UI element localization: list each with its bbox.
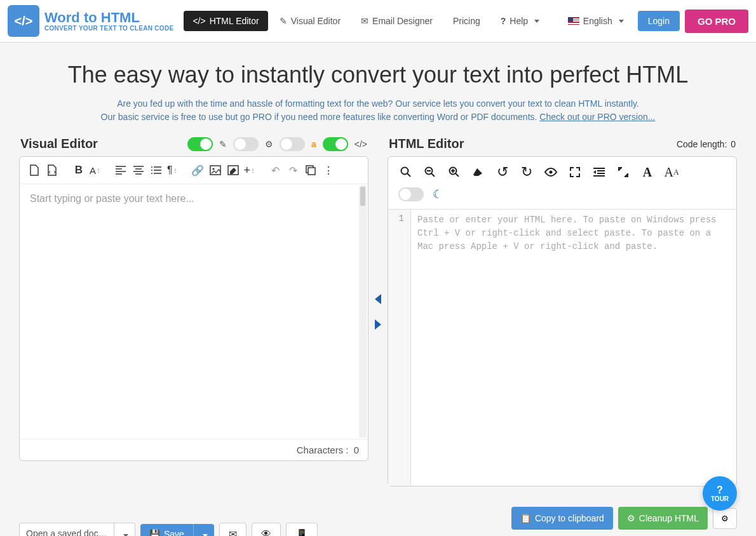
zoom-in-icon[interactable] [447,164,462,180]
visual-toggles: ✎ ⚙ a </> [187,137,367,151]
eye-icon: 👁 [261,528,271,536]
email-button[interactable]: ✉ [219,523,246,536]
logo-subtitle: CONVERT YOUR TEXT TO CLEAN CODE [44,25,173,32]
link-icon[interactable]: 🔗 [191,163,205,177]
nav-visual-editor[interactable]: ✎ Visual Editor [271,11,349,31]
file-icon[interactable] [27,163,41,177]
save-caret[interactable] [193,524,214,536]
list-icon[interactable] [149,163,163,177]
more-icon[interactable]: ⋮ [321,163,335,177]
gear-icon: ⚙ [721,514,729,523]
question-icon: ? [501,16,506,26]
font-icon[interactable]: A⋮ [90,163,101,177]
mobile-icon: 📱 [295,529,308,536]
redo-icon[interactable]: ↻ [519,164,534,180]
bottom-left: Open a saved docum... 💾 Save ✉ 👁 📱 [19,523,318,536]
code-area[interactable]: 1 Paste or enter your HTML here. To past… [388,209,736,486]
line-gutter: 1 [388,210,411,486]
collapse-left[interactable] [375,294,381,304]
code-icon: </> [192,16,205,26]
bold-icon[interactable]: B [72,163,86,177]
chevron-down-icon [534,20,539,23]
compress-icon[interactable] [616,164,631,180]
workspace: Visual Editor ✎ ⚙ a </> B A⋮ [0,137,756,499]
font-size-icon[interactable]: AA [664,164,679,180]
eye-icon[interactable] [543,164,558,180]
nav-help[interactable]: ? Help [492,11,548,31]
svg-point-2 [151,173,152,174]
html-title: HTML Editor [389,137,464,151]
bottom-bar: Open a saved docum... 💾 Save ✉ 👁 📱 📋 Cop… [0,499,756,536]
flag-us-icon [568,17,579,25]
gopro-button[interactable]: GO PRO [685,10,748,33]
visual-editor: B A⋮ ¶⋮ 🔗 +⋮ ↶ ↷ ⋮ Start typing or paste [19,156,368,461]
open-document-caret[interactable] [114,523,135,536]
align-left-icon[interactable] [114,163,128,177]
code-icon: </> [354,139,367,149]
main-nav: </> HTML Editor ✎ Visual Editor ✉ Email … [184,11,556,31]
expand-icon[interactable] [567,164,583,180]
footer-links: Windows Desktop Converter ⊞ Online Conve… [614,533,737,536]
image-edit-icon[interactable] [226,163,240,177]
svg-rect-6 [308,168,315,175]
copy-clipboard-button[interactable]: 📋 Copy to clipboard [511,507,613,530]
header: </> Word to HTML CONVERT YOUR TEXT TO CL… [0,0,756,43]
toggle-3[interactable] [280,137,305,151]
search-icon[interactable] [398,164,414,180]
scrollbar[interactable] [359,185,367,438]
edit-icon: ✎ [280,16,287,26]
html-toolbar: ↺ ↻ A AA [388,157,736,187]
logo-title: Word to HTML [44,11,173,25]
svg-point-10 [550,171,553,174]
pilcrow-icon[interactable]: ¶⋮ [167,163,178,177]
nav-html-editor[interactable]: </> HTML Editor [184,11,267,31]
toggle-4[interactable] [323,137,348,151]
tour-button[interactable]: ? TOUR [703,476,737,511]
undo-icon[interactable]: ↺ [495,164,510,180]
open-document-select[interactable]: Open a saved docum... [19,523,114,536]
preview-button[interactable]: 👁 [252,523,281,536]
plus-icon[interactable]: +⋮ [244,163,256,177]
svg-point-0 [151,166,152,168]
nav-right: English Login GO PRO [559,10,748,33]
settings-button[interactable]: ⚙ [713,508,737,529]
amazon-icon: a [311,139,316,149]
language-select[interactable]: English [559,11,633,31]
html-pane: HTML Editor Code length: 0 ↺ ↻ A AA [388,137,737,486]
html-toolbar-2: ☾ [388,187,736,209]
envelope-icon: ✉ [229,529,237,536]
cleanup-html-button[interactable]: ⚙ Cleanup HTML [618,507,708,530]
save-button[interactable]: 💾 Save [140,524,193,536]
toggle-2[interactable] [233,137,259,151]
code-textarea[interactable]: Paste or enter your HTML here. To paste … [411,210,736,486]
logo[interactable]: </> Word to HTML CONVERT YOUR TEXT TO CL… [8,5,173,37]
pro-link[interactable]: Check out our PRO version... [539,112,655,122]
login-button[interactable]: Login [638,11,680,31]
sliders-icon: ⚙ [265,139,273,149]
svg-point-4 [212,168,214,170]
svg-point-7 [402,168,408,175]
gear-icon: ⚙ [627,513,635,523]
indent-icon[interactable] [591,164,607,180]
file-code-icon[interactable] [45,163,59,177]
font-serif-icon[interactable]: A [640,164,655,180]
envelope-icon: ✉ [361,16,368,26]
image-icon[interactable] [208,163,222,177]
collapse-right[interactable] [375,319,381,330]
mobile-button[interactable]: 📱 [286,523,318,536]
align-center-icon[interactable] [132,163,145,177]
toggle-1[interactable] [187,137,213,151]
nav-pricing[interactable]: Pricing [444,11,489,31]
dark-mode-toggle[interactable] [398,187,424,201]
nav-email-designer[interactable]: ✉ Email Designer [352,11,442,31]
redo-icon[interactable]: ↷ [286,163,300,177]
copy-icon[interactable] [304,163,318,177]
hero: The easy way to instantly convert your t… [0,43,756,137]
undo-icon[interactable]: ↶ [268,163,282,177]
hero-title: The easy way to instantly convert your t… [25,62,731,88]
zoom-out-icon[interactable] [422,164,438,180]
visual-textarea[interactable]: Start typing or paste your text here... [20,184,368,439]
html-editor: ↺ ↻ A AA ☾ 1 Paste or enter your HTML he… [388,156,737,486]
eraser-icon[interactable] [471,164,486,180]
hero-line2: Our basic service is free to use but go … [25,111,731,124]
